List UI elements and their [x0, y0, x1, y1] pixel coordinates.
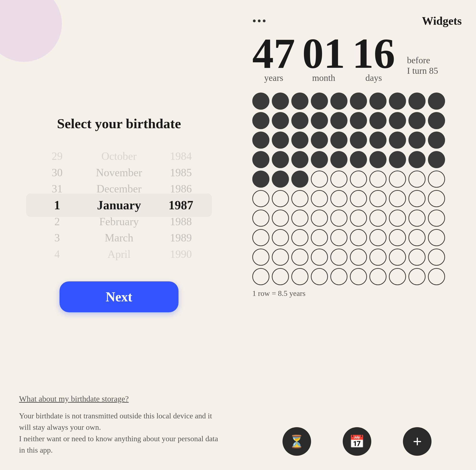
years-group: 47 years	[252, 32, 295, 83]
dot	[350, 131, 367, 149]
picker-month-item[interactable]: March	[88, 229, 150, 246]
left-panel: Select your birthdate 29 30 31 1 2 3 4 O…	[0, 0, 238, 470]
picker-day-item[interactable]: 31	[26, 181, 88, 197]
dot	[330, 93, 347, 110]
picker-day-item[interactable]: 29	[26, 148, 88, 165]
dot	[252, 249, 270, 266]
dot	[428, 210, 445, 227]
dot	[369, 249, 387, 266]
dot	[389, 112, 406, 129]
dots-menu-icon[interactable]: •••	[252, 14, 267, 27]
right-panel: ••• Widgets 47 years 01 month 16 days be…	[238, 0, 476, 470]
dot	[272, 268, 289, 285]
months-group: 01 month	[302, 32, 345, 83]
date-picker[interactable]: 29 30 31 1 2 3 4 October November Decemb…	[26, 148, 212, 262]
dot	[408, 229, 425, 246]
dot	[369, 131, 387, 149]
picker-month-item[interactable]: February	[88, 213, 150, 230]
dot	[350, 190, 367, 207]
dot	[428, 268, 445, 285]
dot-row	[252, 112, 462, 129]
dot	[350, 268, 367, 285]
select-birthdate-title: Select your birthdate	[57, 116, 181, 131]
calendar-nav-button[interactable]: 📅	[343, 427, 371, 456]
picker-day-item[interactable]: 3	[26, 229, 88, 246]
dot	[389, 249, 406, 266]
picker-year-item[interactable]: 1988	[150, 213, 212, 230]
years-label: years	[264, 73, 283, 83]
dot	[272, 249, 289, 266]
storage-link[interactable]: What about my birthdate storage?	[19, 394, 219, 403]
dot	[291, 93, 308, 110]
dot	[428, 151, 445, 168]
picker-day-selected[interactable]: 1	[26, 197, 88, 213]
dot	[311, 131, 328, 149]
dot	[272, 190, 289, 207]
days-label: days	[365, 73, 382, 83]
storage-text: Your birthdate is not transmitted outsid…	[19, 410, 219, 456]
picker-day-item[interactable]: 30	[26, 164, 88, 181]
dot	[389, 93, 406, 110]
dot	[272, 131, 289, 149]
dot	[408, 112, 425, 129]
dot	[252, 210, 270, 227]
picker-year-item[interactable]: 1986	[150, 181, 212, 197]
next-button[interactable]: Next	[60, 281, 178, 312]
dot	[350, 249, 367, 266]
picker-month-item[interactable]: April	[88, 246, 150, 262]
dot	[252, 112, 270, 129]
picker-day-item[interactable]: 4	[26, 246, 88, 262]
dot	[272, 210, 289, 227]
dot	[428, 171, 445, 188]
dot	[291, 210, 308, 227]
dot	[272, 93, 289, 110]
dot	[252, 268, 270, 285]
dot-row	[252, 268, 462, 285]
picker-month-item[interactable]: October	[88, 148, 150, 165]
calendar-icon: 📅	[349, 434, 365, 449]
picker-year-item[interactable]: 1984	[150, 148, 212, 165]
years-value: 47	[252, 32, 295, 75]
dot	[291, 112, 308, 129]
dot	[330, 210, 347, 227]
before-label: before	[407, 55, 430, 65]
days-group: 16 days	[352, 32, 395, 83]
countdown-row: 47 years 01 month 16 days before I turn …	[252, 32, 462, 83]
dot	[428, 112, 445, 129]
dot	[252, 151, 270, 168]
next-button-label: Next	[106, 289, 132, 305]
timer-nav-button[interactable]: ⏳	[283, 427, 311, 456]
day-column[interactable]: 29 30 31 1 2 3 4	[26, 148, 88, 262]
bottom-nav: ⏳ 📅 +	[252, 418, 462, 470]
picker-month-selected[interactable]: January	[88, 197, 150, 213]
dot	[291, 171, 308, 188]
picker-year-item[interactable]: 1985	[150, 164, 212, 181]
dot	[389, 210, 406, 227]
picker-year-item[interactable]: 1990	[150, 246, 212, 262]
timer-icon: ⏳	[289, 434, 305, 449]
month-column[interactable]: October November December January Februa…	[88, 148, 150, 262]
dot	[389, 171, 406, 188]
dot	[291, 131, 308, 149]
dot	[428, 229, 445, 246]
dot	[369, 93, 387, 110]
picker-month-item[interactable]: November	[88, 164, 150, 181]
picker-day-item[interactable]: 2	[26, 213, 88, 230]
dot	[428, 249, 445, 266]
dot-row	[252, 93, 462, 110]
dot	[408, 93, 425, 110]
dot	[369, 210, 387, 227]
add-nav-button[interactable]: +	[403, 427, 431, 456]
dot-row	[252, 249, 462, 266]
dot	[311, 112, 328, 129]
picker-month-item[interactable]: December	[88, 181, 150, 197]
dot	[369, 171, 387, 188]
plus-icon: +	[413, 433, 422, 450]
dot	[408, 190, 425, 207]
dot	[272, 112, 289, 129]
picker-year-item[interactable]: 1989	[150, 229, 212, 246]
year-column[interactable]: 1984 1985 1986 1987 1988 1989 1990	[150, 148, 212, 262]
dot	[408, 249, 425, 266]
picker-year-selected[interactable]: 1987	[150, 197, 212, 213]
dot	[408, 171, 425, 188]
